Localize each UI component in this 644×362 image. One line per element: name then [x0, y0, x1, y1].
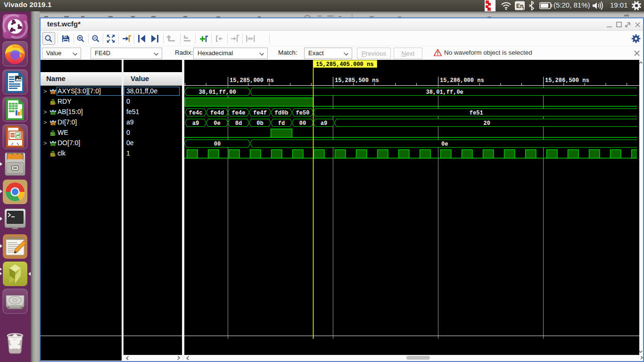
svg-text:15,286,500 ns: 15,286,500 ns — [545, 77, 589, 84]
svg-text:38,01,ff,0e: 38,01,ff,0e — [426, 89, 463, 96]
svg-text:0e: 0e — [214, 120, 220, 127]
svg-text:0b: 0b — [256, 120, 263, 127]
svg-text:15,286,000 ns: 15,286,000 ns — [440, 77, 484, 84]
svg-text:8d: 8d — [235, 120, 242, 127]
svg-text:fe50: fe50 — [296, 110, 310, 116]
svg-text:00: 00 — [214, 141, 221, 148]
svg-text:15,285,000 ns: 15,285,000 ns — [230, 77, 274, 84]
svg-text:fe4c: fe4c — [189, 110, 203, 116]
svg-text:fe4e: fe4e — [232, 110, 246, 116]
svg-text:0e: 0e — [441, 141, 448, 148]
svg-text:fd: fd — [278, 120, 285, 127]
svg-text:00: 00 — [299, 120, 306, 127]
svg-text:1: 1 — [522, 7, 524, 10]
svg-text:fd0b: fd0b — [275, 110, 289, 116]
svg-text:15,285,405.000 ns: 15,285,405.000 ns — [316, 61, 373, 68]
svg-text:a9: a9 — [192, 120, 199, 127]
svg-text:20: 20 — [484, 120, 490, 127]
svg-text:fe4f: fe4f — [253, 110, 267, 116]
svg-text:15,285,500 ns: 15,285,500 ns — [335, 77, 379, 84]
svg-text:38,01,ff,00: 38,01,ff,00 — [198, 89, 236, 96]
svg-text:fe4d: fe4d — [210, 110, 224, 116]
svg-text:a9: a9 — [321, 120, 327, 127]
svg-text:fe51: fe51 — [470, 110, 483, 116]
